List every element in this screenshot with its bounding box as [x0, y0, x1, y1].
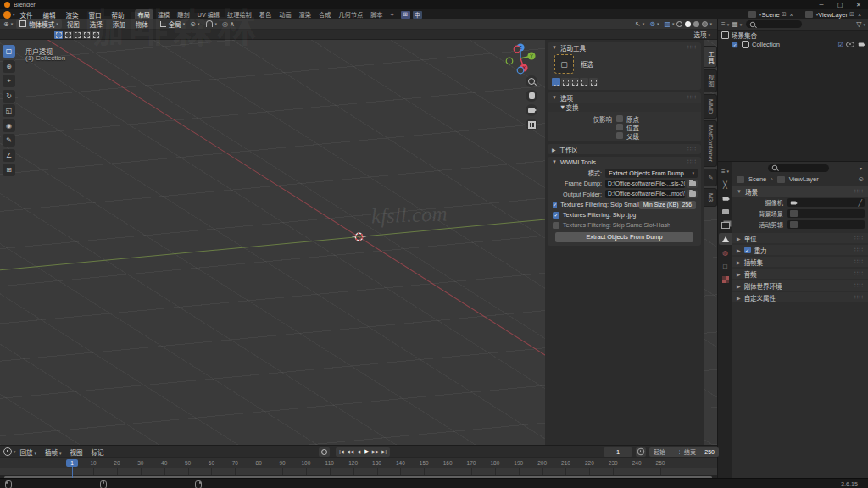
pin-icon[interactable]: ⊙ [858, 175, 864, 183]
breadcrumb-scene[interactable]: Scene [748, 175, 766, 183]
close-button[interactable]: ✕ [849, 2, 868, 8]
camera-field[interactable]: ╱ [787, 198, 865, 207]
select-mode-intersect-button[interactable] [92, 30, 100, 39]
panel-header-wwmi[interactable]: ▼ WWMI Tools ∷∷ [548, 157, 701, 167]
next-keyframe-button[interactable]: ▶▶ [371, 449, 380, 454]
move-tool[interactable]: + [3, 75, 15, 87]
falloff-icon[interactable]: ∧ [230, 20, 235, 28]
add-workspace-button[interactable]: + [387, 10, 398, 19]
properties-panel-自定义属性[interactable]: ▶自定义属性∷∷ [732, 292, 868, 302]
skip-jpg-checkbox[interactable]: ✓ [553, 212, 559, 219]
sidebar-tab-视图[interactable]: 视图 [704, 69, 717, 92]
skip-small-checkbox[interactable]: ✓ [553, 202, 557, 208]
pan-hand-icon[interactable] [526, 90, 537, 102]
new-scene-icon[interactable]: ⊞ [782, 11, 787, 18]
camera-view-icon[interactable] [526, 104, 537, 116]
menu-视图[interactable]: 视图 [62, 19, 85, 29]
skip-slot-hash-checkbox[interactable] [553, 222, 559, 229]
editor-type-icon[interactable]: ≡ [721, 20, 726, 28]
gizmo-toggle-icon[interactable]: ↖ [635, 20, 641, 28]
sidebar-tab-MatContainer[interactable]: MatContainer [704, 120, 717, 167]
timeline-channel-strip[interactable] [0, 468, 717, 475]
blender-menu-icon[interactable] [3, 11, 11, 19]
mode-dropdown[interactable]: 物体模式 ▾ [16, 19, 62, 29]
jump-to-start-button[interactable]: |◀ [337, 449, 346, 454]
outliner-search-input[interactable] [746, 20, 802, 28]
transform-tool[interactable]: ◉ [3, 119, 15, 132]
xray-toggle-icon[interactable]: ▥ [664, 20, 670, 28]
viewlayer-name[interactable]: ViewLayer [818, 11, 848, 19]
language-badge[interactable]: 中 [413, 11, 422, 19]
snap-magnet-icon[interactable] [206, 20, 213, 27]
shading-rendered-icon[interactable] [702, 21, 708, 27]
play-button[interactable]: ▶ [363, 448, 371, 455]
select-mode-new-button[interactable] [54, 30, 63, 39]
world-tab-icon[interactable]: ◍ [719, 247, 732, 258]
panel-header-workspace[interactable]: ▶ 工作区 ∷∷ [548, 144, 701, 154]
select-mode-extend-button[interactable] [561, 78, 570, 86]
viewlayer-selector[interactable]: ▾ ViewLayer ⊞ × [804, 11, 863, 19]
shading-wireframe-icon[interactable] [676, 21, 682, 27]
min-size-field[interactable]: Min Size (KB) 256 [639, 201, 696, 209]
frame-dump-browse-button[interactable] [687, 180, 698, 188]
annotate-tool[interactable]: ✎ [3, 134, 15, 147]
cursor-tool[interactable]: ⊕ [3, 60, 15, 73]
output-folder-field[interactable]: D:\Office-software\File-...mod\WWMI\918b… [605, 190, 685, 198]
scene-name[interactable]: Scene [761, 11, 779, 19]
rotate-tool[interactable]: ↻ [3, 90, 15, 103]
outliner-row-scene-collection[interactable]: 场景集合 [718, 30, 868, 40]
menu-帮助[interactable]: 帮助 [107, 10, 130, 19]
tool-tab-icon[interactable]: ╳ [719, 179, 732, 191]
play-reverse-button[interactable]: ◀ [354, 449, 363, 454]
select-mode-subtract-button[interactable] [570, 78, 579, 86]
shading-material-icon[interactable] [693, 21, 699, 27]
display-mode-icon[interactable]: ▦ [732, 20, 738, 28]
viewlayer-tab-icon[interactable] [719, 219, 732, 231]
menu-添加[interactable]: 添加 [108, 19, 131, 29]
sidebar-tab-pencil-icon[interactable]: ✎ [704, 169, 717, 186]
panel-header-options[interactable]: ▼ 选项 ∷∷ [548, 92, 701, 103]
frame-end-field[interactable]: 结束 250 [680, 447, 719, 457]
select-mode-invert-button[interactable] [82, 30, 91, 39]
auto-keying-button[interactable] [319, 447, 330, 457]
menu-文件[interactable]: 文件 [15, 10, 38, 19]
timeline-ruler[interactable]: 1 10203040506070809010011012013014015016… [0, 458, 717, 468]
zoom-icon[interactable] [526, 75, 537, 87]
jump-to-end-button[interactable]: ▶| [380, 449, 388, 454]
menu-marker[interactable]: 标记 [87, 447, 108, 457]
options-dropdown[interactable]: 选项 ▾ [693, 30, 710, 39]
panel-header-active-tool[interactable]: ▼ 活动工具 ∷∷ [548, 42, 701, 53]
sidebar-tab-MMD[interactable]: MMD [704, 94, 717, 119]
menu-keying[interactable]: 插帧▾ [41, 447, 66, 457]
prev-keyframe-button[interactable]: ◀◀ [346, 449, 354, 454]
remove-viewlayer-icon[interactable]: × [858, 12, 861, 18]
menu-选择[interactable]: 选择 [85, 19, 108, 29]
navigation-gizmo[interactable]: Z Y X [504, 41, 539, 76]
sidebar-tab-M3[interactable]: M3 [704, 188, 717, 207]
wwmi-mode-dropdown[interactable]: Extract Objects From Dump ▾ [605, 169, 698, 178]
texture-tab-icon[interactable] [719, 274, 732, 286]
active-tool-button[interactable]: ▢ [554, 54, 574, 74]
unlink-scene-icon[interactable]: × [790, 12, 793, 18]
visibility-eye-icon[interactable] [846, 42, 854, 47]
preview-range-toggle[interactable] [636, 447, 646, 457]
重力-checkbox[interactable]: ✓ [744, 247, 751, 253]
select-box-tool[interactable]: ▢ [3, 45, 15, 58]
ime-icon[interactable]: ⊞ [401, 11, 410, 19]
menu-物体[interactable]: 物体 [131, 19, 153, 29]
locations-checkbox[interactable] [616, 124, 623, 130]
output-folder-browse-button[interactable] [687, 190, 698, 198]
eyedropper-icon[interactable]: ╱ [858, 199, 862, 207]
render-camera-icon[interactable] [859, 43, 864, 47]
shading-solid-icon[interactable] [685, 21, 691, 27]
scale-tool[interactable]: ◱ [3, 104, 15, 117]
properties-panel-插帧集[interactable]: ▶插帧集∷∷ [732, 257, 868, 267]
object-tab-icon[interactable]: □ [719, 260, 732, 272]
sidebar-tab-工具[interactable]: 工具 [704, 46, 717, 68]
select-mode-intersect-button[interactable] [589, 78, 598, 86]
select-mode-new-button[interactable] [552, 78, 560, 86]
menu-窗口[interactable]: 窗口 [84, 10, 107, 19]
filter-dropdown-icon[interactable]: ▾ [860, 165, 862, 171]
current-frame-indicator[interactable]: 1 [66, 459, 78, 467]
origins-checkbox[interactable] [616, 115, 623, 122]
